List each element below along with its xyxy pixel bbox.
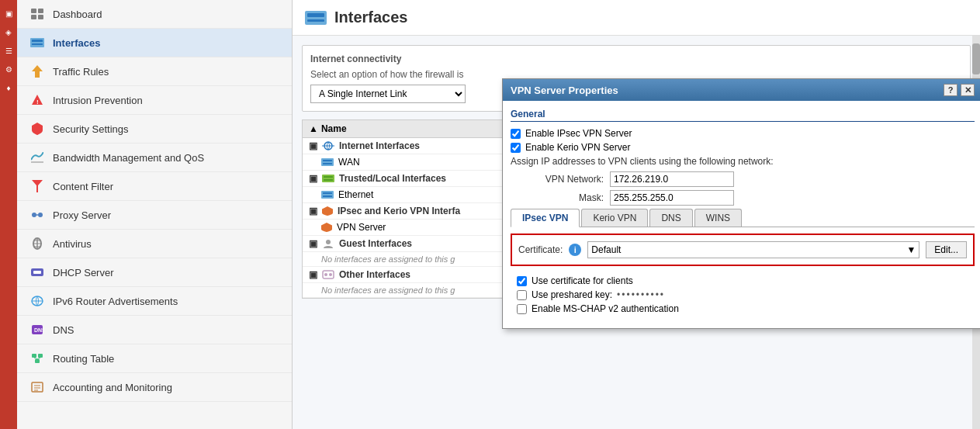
interfaces-icon [29,36,45,49]
cert-dropdown-arrow: ▼ [906,244,916,255]
dhcp-icon [29,266,45,279]
svg-rect-1 [38,9,43,13]
group-internet[interactable]: ▣ Internet Interfaces [303,138,503,154]
connectivity-dropdown[interactable]: A Single Internet Link [310,85,466,103]
traffic-rules-icon [29,65,45,78]
cert-edit-button[interactable]: Edit... [926,241,967,258]
sidebar-item-antivirus-label: Antivirus [53,238,92,250]
iconbar-item-4[interactable]: ⚙ [2,62,16,76]
cert-select-dropdown[interactable]: Default ▼ [587,241,919,258]
svg-rect-23 [38,354,43,358]
dns-icon: DNS [29,323,45,336]
enable-kerio-label: Enable Kerio VPN Server [525,142,630,153]
sort-icon: ▲ [309,123,318,134]
sidebar-item-dns[interactable]: DNS DNS [17,316,292,344]
group-expand-icon-3: ▣ [309,206,317,216]
tab-kerio-vpn[interactable]: Kerio VPN [581,209,648,227]
sidebar-item-routing[interactable]: Routing Table [17,344,292,373]
svg-rect-43 [323,192,332,194]
group-expand-icon: ▣ [309,140,317,151]
use-preshared-checkbox[interactable] [517,290,527,300]
ipsec-checkbox-row: Enable IPsec VPN Server [511,128,975,139]
vpn-mask-row: Mask: [511,190,975,206]
table-row-ethernet[interactable]: Ethernet [303,187,503,203]
cert-info-icon[interactable]: i [569,244,581,256]
mschap-checkbox[interactable] [517,304,527,314]
tab-dns[interactable]: DNS [649,209,692,227]
sidebar-item-proxy[interactable]: Proxy Server [17,201,292,230]
sidebar-item-interfaces[interactable]: Interfaces [17,29,292,57]
scrollbar-thumb[interactable] [972,43,980,74]
mschap-row: Enable MS-CHAP v2 authentication [517,303,968,314]
svg-rect-39 [322,175,334,182]
wan-label: WAN [338,157,360,168]
svg-point-47 [324,273,327,276]
svg-rect-31 [305,11,327,25]
page-header: Interfaces [293,0,980,36]
group-guest[interactable]: ▣ Guest Interfaces [303,236,503,252]
iconbar-item-5[interactable]: ♦ [2,81,16,95]
enable-ipsec-checkbox[interactable] [511,129,521,139]
sidebar-item-content-filter[interactable]: Content Filter [17,172,292,201]
group-ipsec[interactable]: ▣ IPsec and Kerio VPN Interfa [303,203,503,220]
sidebar-item-traffic-rules[interactable]: Traffic Rules [17,57,292,86]
sidebar-item-interfaces-label: Interfaces [53,37,100,49]
svg-rect-33 [307,19,324,22]
group-trusted[interactable]: ▣ Trusted/Local Interfaces [303,171,503,187]
sidebar-item-dashboard[interactable]: Dashboard [17,0,292,29]
tab-wins[interactable]: WINS [694,209,742,227]
page-title: Interfaces [334,9,408,26]
sidebar-item-intrusion[interactable]: ! Intrusion Prevention [17,86,292,115]
sidebar-item-bandwidth[interactable]: Bandwidth Management and QoS [17,144,292,172]
iconbar-item-1[interactable]: ▣ [2,6,16,20]
vpn-network-input[interactable] [610,171,734,187]
svg-rect-4 [30,38,44,47]
iconbar-item-3[interactable]: ☰ [2,43,16,57]
group-expand-icon-2: ▣ [309,173,317,184]
sidebar-item-security-label: Security Settings [53,123,129,135]
group-ipsec-label: IPsec and Kerio VPN Interfa [338,206,460,216]
interfaces-panel: Internet connectivity Select an option o… [293,36,980,429]
svg-line-26 [37,358,40,359]
group-expand-icon-4: ▣ [309,238,317,249]
vpn-dialog-close-btn[interactable]: ✕ [961,84,975,96]
internet-group-icon [322,141,334,150]
vpn-mask-input[interactable] [610,190,734,206]
sidebar-item-security[interactable]: Security Settings [17,115,292,144]
enable-kerio-checkbox[interactable] [511,143,521,153]
intrusion-icon: ! [29,94,45,106]
sidebar-item-bandwidth-label: Bandwidth Management and QoS [53,152,204,164]
vpn-dialog-help-btn[interactable]: ? [944,84,957,96]
table-row-vpn-server[interactable]: VPN Server [303,220,503,236]
vpn-general-label: General [511,109,975,122]
sidebar-item-ipv6[interactable]: IPv6 Router Advertisements [17,287,292,316]
sidebar-item-intrusion-label: Intrusion Prevention [53,95,143,106]
tab-ipsec-vpn[interactable]: IPsec VPN [511,209,580,227]
vpn-bottom-section: Use certificate for clients Use preshare… [511,272,975,320]
mschap-label: Enable MS-CHAP v2 authentication [532,303,679,314]
group-other[interactable]: ▣ Other Interfaces [303,267,503,283]
svg-rect-24 [35,359,40,363]
table-row-wan[interactable]: WAN [303,154,503,171]
vpn-network-label: VPN Network: [511,174,604,185]
svg-rect-6 [32,43,43,45]
vpn-dialog-body: General Enable IPsec VPN Server Enable K… [503,101,980,328]
no-interfaces-guest: No interfaces are assigned to this g [303,252,503,267]
table-header: ▲ Name [303,120,503,138]
icon-bar: ▣ ◈ ☰ ⚙ ♦ [0,0,17,429]
svg-point-45 [326,240,331,244]
group-internet-label: Internet Interfaces [339,140,420,151]
interfaces-table: ▲ Name ▣ Internet Interfaces WAN ▣ Trust… [302,119,504,299]
vpn-assign-text: Assign IP addresses to VPN clients using… [511,156,975,167]
sidebar-item-dhcp[interactable]: DHCP Server [17,258,292,287]
vpn-dialog-header-buttons: ? ✕ [944,84,975,96]
sidebar-item-traffic-rules-label: Traffic Rules [53,66,109,78]
preshared-dots: •••••••••• [617,289,665,300]
bandwidth-icon [29,151,45,164]
iconbar-item-2[interactable]: ◈ [2,25,16,39]
sidebar-item-antivirus[interactable]: Antivirus [17,230,292,258]
svg-rect-32 [307,13,324,17]
sidebar-item-accounting-label: Accounting and Monitoring [53,382,172,393]
use-cert-checkbox[interactable] [517,276,527,286]
sidebar-item-accounting[interactable]: Accounting and Monitoring [17,373,292,402]
